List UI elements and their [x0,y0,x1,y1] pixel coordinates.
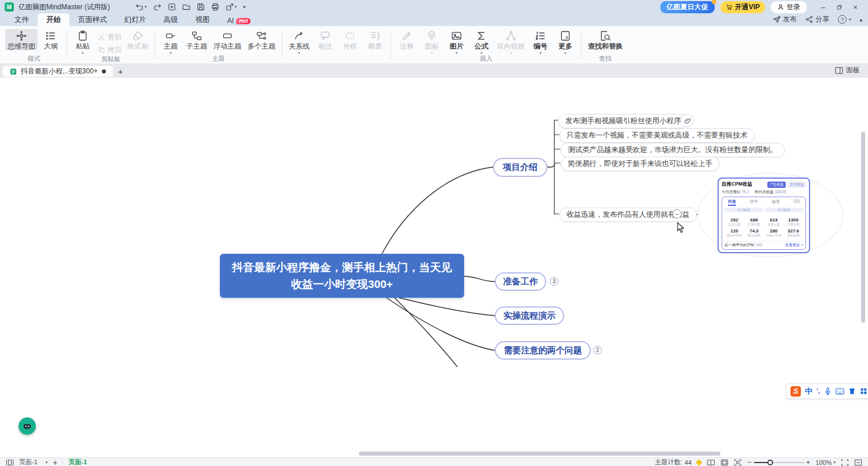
insert-icon-button[interactable]: 图标 ▾ [420,29,443,54]
new-tab-button[interactable]: + [113,66,128,77]
callout-button[interactable]: 标注 [314,29,337,50]
open-file-button[interactable] [182,3,190,11]
gem-icon[interactable] [696,459,702,465]
export-share-button[interactable]: ▾ [226,3,237,11]
summary-button[interactable]: 概要 [363,29,387,50]
boundary-button[interactable]: 外框 [339,29,362,50]
more-insert-button[interactable]: 更多 ▾ [554,29,577,54]
insert-formula-button[interactable]: 公式 ▾ [470,29,493,54]
menu-tab-slideshow[interactable]: 幻灯片 [116,13,155,26]
export-dropdown-arrow[interactable]: ▾ [235,5,237,9]
chinese-mode-icon[interactable]: 中 [805,387,812,395]
metric-cell: 688订单次数 [744,217,764,227]
numbering-button[interactable]: 编号 ▾ [529,29,552,54]
zoom-slider-track[interactable] [754,462,804,463]
collapse-ribbon-button[interactable]: ▴ [859,17,862,23]
outline-mode-button[interactable]: 大纲 [39,29,62,50]
insert-image-button[interactable]: 图片 ▾ [445,29,468,54]
undo-dropdown-arrow[interactable]: ▾ [145,5,147,9]
document-tab[interactable]: 抖音最新小程...变现300+ [3,66,113,77]
subtopic-button[interactable]: 子主题 [184,29,209,50]
bidirectional-link-button[interactable]: 双向链接 ▾ [495,29,527,54]
collapsed-count-badge-two-issues[interactable]: 2 [593,346,602,354]
vertical-scrollbar-thumb[interactable] [861,132,865,323]
menu-tab-ai[interactable]: AI Hot [219,15,260,26]
sogou-input-toolbar[interactable]: S 中 ’, [786,383,868,399]
skin-shirt-icon[interactable] [848,387,856,395]
sogou-logo-icon[interactable]: S [790,386,801,397]
attachment-link-icon[interactable] [681,114,694,127]
horizontal-scrollbar-thumb[interactable] [359,452,720,456]
print-button[interactable] [211,3,219,11]
help-icon: ? [838,15,847,24]
floating-topic-button[interactable]: 浮动主题 [211,29,244,50]
zoom-out-button[interactable]: − [747,458,752,466]
page-dropdown[interactable]: 页面-1▾ [19,458,47,466]
branch-project-intro[interactable]: 项目介绍 [493,158,547,177]
subtopic-market-potential[interactable]: 测试类产品越来越受欢迎，市场潜力巨大。没有粉丝数量的限制。 [561,143,785,157]
topic-button[interactable]: 主题 ▾ [159,29,182,54]
mindmap-canvas[interactable]: 抖音最新小程序撸金，测手相上热门，当天见收益一小时变现300+ 项目介绍 准备工… [0,77,868,457]
comment-button[interactable]: 注释 [395,29,418,50]
help-button[interactable]: ?▾ [838,15,851,24]
menu-tab-file[interactable]: 文件 [6,13,38,26]
zoom-in-button[interactable]: + [806,458,811,466]
cpm-stats-card-image[interactable]: 自推CPM收益 广告收益 支付收益 今日总预估75.2 昨日总收益335.55 … [718,177,810,253]
group-label-insert: 插入 [392,54,580,64]
quick-access-toolbar: ▾ ▾ ▾ [135,3,246,11]
subtopic-easy-for-beginners[interactable]: 简便易行，即使对于新手来说也可以轻松上手 [561,157,719,171]
multiple-topics-button[interactable]: 多个主题 [245,29,278,50]
punctuation-icon[interactable]: ’, [816,388,820,394]
cut-button[interactable]: 剪切 [98,32,122,42]
share-button[interactable]: 分享 [806,14,829,24]
ai-assistant-button[interactable] [19,417,36,435]
minimize-button[interactable]: – [815,1,831,13]
subtopic-one-video[interactable]: 只需发布一个视频，不需要美观或高级，不需要剪辑技术 [560,128,755,143]
collapse-toggle-icon[interactable]: − [672,209,682,219]
add-page-button[interactable]: + [53,458,57,466]
copy-button[interactable]: 拷贝 [98,45,122,55]
new-document-button[interactable] [168,3,176,11]
paste-button[interactable]: 粘贴 ▾ [71,29,94,54]
branch-demo-process[interactable]: 实操流程演示 [495,306,564,325]
page-panel-icon[interactable] [6,459,14,466]
fullscreen-icon[interactable] [841,459,849,466]
customize-quick-access-button[interactable]: ▾ [243,4,246,10]
publish-button[interactable]: 发布 [773,14,797,24]
branch-two-issues[interactable]: 需要注意的两个问题 [495,341,591,360]
branch-preparation[interactable]: 准备工作 [495,272,546,291]
keyboard-icon[interactable] [836,388,844,395]
menu-tab-home[interactable]: 开始 [38,13,69,26]
page-tab-active[interactable]: 页面-1 [68,458,87,466]
subtopic-publish-video[interactable]: 发布测手相视频吸引粉丝使用小程序 [558,114,688,128]
toolbox-grid-icon[interactable] [860,387,867,395]
microphone-icon[interactable] [824,387,832,395]
promo-badge[interactable]: 亿图夏日大促 [660,1,715,13]
login-button[interactable]: 登录 [771,1,807,13]
restore-button[interactable] [831,1,847,13]
zoom-slider-knob[interactable] [767,460,773,465]
redo-button[interactable] [153,3,161,11]
page-spread-view-icon[interactable] [707,459,715,466]
mindmap-mode-button[interactable]: 思维导图 [5,29,38,50]
fit-to-window-icon[interactable] [734,459,742,466]
menu-tab-view[interactable]: 视图 [187,13,219,26]
save-button[interactable] [197,3,205,11]
undo-button[interactable]: ▾ [135,3,147,11]
menu-tab-advanced[interactable]: 高级 [155,13,187,26]
collapse-canvas-icon[interactable] [854,459,862,466]
window-controls: – × [815,1,863,13]
copy-icon [98,46,105,54]
slide-view-icon[interactable] [720,459,729,466]
central-topic[interactable]: 抖音最新小程序撸金，测手相上热门，当天见收益一小时变现300+ [220,254,464,298]
format-painter-button[interactable]: 格式刷 [125,29,150,50]
pay-revenue-tab: 支付收益 [788,182,806,188]
collapsed-count-badge-preparation[interactable]: 3 [550,277,558,286]
panel-toggle-button[interactable]: 面板 [835,65,868,77]
vip-button[interactable]: 开通VIP [720,1,765,13]
close-button[interactable]: × [847,1,863,13]
zoom-level-dropdown[interactable]: 100%▾ [815,459,836,466]
find-replace-button[interactable]: 查找和替换 [586,29,625,50]
menu-tab-page-style[interactable]: 页面样式 [69,13,116,26]
relationship-line-button[interactable]: 关系线 ▾ [286,29,312,54]
